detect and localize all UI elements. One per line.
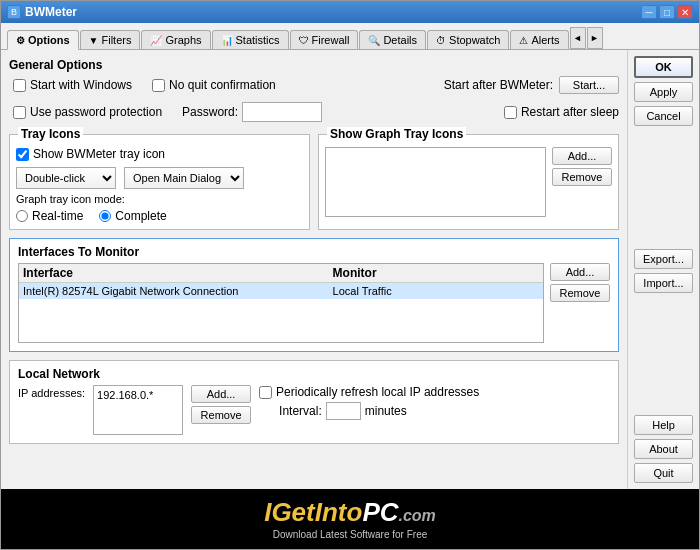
interfaces-section: Interfaces To Monitor Interface Monitor … [9,238,619,352]
graph-tray-list[interactable] [325,147,546,217]
restart-after-sleep-checkbox[interactable] [504,106,517,119]
cancel-button[interactable]: Cancel [634,106,693,126]
general-checkboxes-left2: Use password protection Password: [13,102,322,122]
watermark-container: IGetIntoPC.com Download Latest Software … [264,498,436,540]
tab-stopwatch-label: Stopwatch [449,34,500,46]
realtime-radio[interactable] [16,210,28,222]
interfaces-title: Interfaces To Monitor [18,245,610,259]
general-options-title: General Options [9,58,619,72]
refresh-area: Periodically refresh local IP addresses … [259,385,610,420]
password-label: Password: [182,105,238,119]
tab-options-label: Options [28,34,70,46]
import-button[interactable]: Import... [634,273,693,293]
ok-button[interactable]: OK [634,56,693,78]
interfaces-buttons: Add... Remove [550,263,610,343]
tab-graphs[interactable]: 📈 Graphs [141,30,210,49]
general-options-row2: Use password protection Password: Restar… [13,102,619,122]
details-tab-icon: 🔍 [368,35,380,46]
help-button[interactable]: Help [634,415,693,435]
watermark-domain: .com [399,507,436,524]
ip-list-box[interactable]: 192.168.0.* [93,385,183,435]
about-button[interactable]: About [634,439,693,459]
complete-radio[interactable] [99,210,111,222]
interfaces-add-button[interactable]: Add... [550,263,610,281]
tab-details[interactable]: 🔍 Details [359,30,426,49]
double-click-select[interactable]: Double-click Single-click [16,167,116,189]
row-monitor: Local Traffic [333,285,539,297]
col-interface: Interface [23,266,333,280]
interval-row: Interval: 60 minutes [279,402,610,420]
general-options-row1: Start with Windows No quit confirmation … [13,76,619,94]
graph-mode-radio-row: Real-time Complete [16,209,303,223]
main-panel: General Options Start with Windows No qu… [1,50,627,489]
start-with-windows-checkbox[interactable] [13,79,26,92]
tab-firewall-label: Firewall [312,34,350,46]
graph-tray-area: Add... Remove [325,147,612,217]
interfaces-table: Interface Monitor Intel(R) 82574L Gigabi… [18,263,544,343]
title-bar: B BWMeter ─ □ ✕ [1,1,699,23]
tab-options[interactable]: ⚙ Options [7,30,79,50]
tray-icons-title: Tray Icons [18,127,83,141]
tab-filters[interactable]: ▼ Filters [80,30,141,49]
table-row[interactable]: Intel(R) 82574L Gigabit Network Connecti… [19,283,543,299]
show-bwmeter-tray-label[interactable]: Show BWMeter tray icon [16,147,303,161]
no-quit-checkbox[interactable] [152,79,165,92]
graph-tray-remove-button[interactable]: Remove [552,168,612,186]
tab-firewall[interactable]: 🛡 Firewall [290,30,359,49]
quit-button[interactable]: Quit [634,463,693,483]
tab-details-label: Details [383,34,417,46]
open-dialog-select[interactable]: Open Main Dialog [124,167,244,189]
graph-tray-mode-label: Graph tray icon mode: [16,193,303,205]
interfaces-remove-button[interactable]: Remove [550,284,610,302]
complete-radio-label[interactable]: Complete [99,209,166,223]
tab-graphs-label: Graphs [165,34,201,46]
realtime-radio-label[interactable]: Real-time [16,209,83,223]
show-bwmeter-tray-checkbox[interactable] [16,148,29,161]
tab-stopwatch[interactable]: ⏱ Stopwatch [427,30,509,49]
show-graph-tray-section: Show Graph Tray Icons Add... Remove [318,134,619,230]
interfaces-body: Interface Monitor Intel(R) 82574L Gigabi… [18,263,610,343]
tab-alerts[interactable]: ⚠ Alerts [510,30,568,49]
password-input[interactable] [242,102,322,122]
col-monitor: Monitor [333,266,539,280]
tab-alerts-label: Alerts [531,34,559,46]
title-bar-left: B BWMeter [7,5,77,19]
main-window: B BWMeter ─ □ ✕ ⚙ Options ▼ Filters 📈 Gr… [0,0,700,550]
side-panel: OK Apply Cancel Export... Import... Help… [627,50,699,489]
options-tab-icon: ⚙ [16,35,25,46]
use-password-label[interactable]: Use password protection [13,102,162,122]
restart-after-sleep-label[interactable]: Restart after sleep [504,105,619,119]
graphs-tab-icon: 📈 [150,35,162,46]
refresh-label: Periodically refresh local IP addresses [276,385,479,399]
minimize-button[interactable]: ─ [641,5,657,19]
start-with-windows-label[interactable]: Start with Windows [13,78,132,92]
local-add-button[interactable]: Add... [191,385,251,403]
local-remove-button[interactable]: Remove [191,406,251,424]
export-button[interactable]: Export... [634,249,693,269]
content-area: General Options Start with Windows No qu… [1,50,699,489]
refresh-row: Periodically refresh local IP addresses [259,385,610,399]
apply-button[interactable]: Apply [634,82,693,102]
start-after-row: Start after BWMeter: Start... [444,76,619,94]
tray-dropdowns-row: Double-click Single-click Open Main Dial… [16,167,303,189]
close-button[interactable]: ✕ [677,5,693,19]
password-row: Password: [182,102,322,122]
maximize-button[interactable]: □ [659,5,675,19]
local-network-body: IP addresses: 192.168.0.* Add... Remove … [18,385,610,435]
no-quit-label[interactable]: No quit confirmation [152,78,276,92]
tab-nav-prev[interactable]: ◄ [570,27,586,49]
window-title: BWMeter [25,5,77,19]
tab-nav-next[interactable]: ► [587,27,603,49]
tray-section: Tray Icons Show BWMeter tray icon Double… [9,134,619,230]
tab-statistics[interactable]: 📊 Statistics [212,30,289,49]
local-network-buttons: Add... Remove [191,385,251,424]
interval-input[interactable]: 60 [326,402,361,420]
use-password-checkbox[interactable] [13,106,26,119]
show-graph-tray-title: Show Graph Tray Icons [327,127,466,141]
general-checkboxes-left: Start with Windows No quit confirmation [13,78,276,92]
start-button[interactable]: Start... [559,76,619,94]
graph-tray-add-button[interactable]: Add... [552,147,612,165]
refresh-checkbox[interactable] [259,386,272,399]
firewall-tab-icon: 🛡 [299,35,309,46]
graph-tray-buttons: Add... Remove [552,147,612,217]
